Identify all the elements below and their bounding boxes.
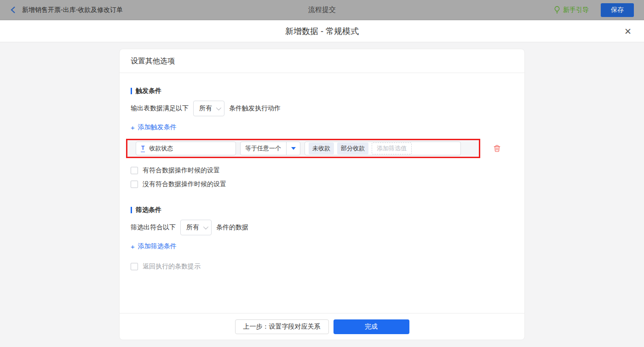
chevron-down-icon <box>216 105 221 110</box>
filter-match-select[interactable]: 所有 <box>180 220 212 235</box>
plus-icon: + <box>131 124 135 131</box>
trigger-sentence-suffix: 条件触发执行动作 <box>229 104 281 113</box>
trigger-section-title: 触发条件 <box>131 87 513 95</box>
section-accent-bar <box>131 88 132 94</box>
condition-operator-value: 等于任意一个 <box>241 144 286 153</box>
checkbox-unchecked-icon[interactable] <box>131 181 138 188</box>
trigger-match-sentence: 输出表数据满足以下 所有 条件触发执行动作 <box>131 101 513 116</box>
trigger-section-label: 触发条件 <box>136 87 161 95</box>
condition-values-input[interactable]: 未收款 部分收款 添加筛选值 <box>305 142 461 155</box>
unmatched-data-settings-label: 没有符合数据操作时候的设置 <box>143 180 226 188</box>
checkbox-unchecked-icon[interactable] <box>131 167 138 174</box>
add-filter-value-placeholder[interactable]: 添加筛选值 <box>372 142 412 154</box>
condition-field-select[interactable]: T 收款状态 <box>136 142 236 155</box>
trigger-condition-row: T 收款状态 等于任意一个 未收款 部分收款 添加筛选值 <box>131 139 514 158</box>
filter-sentence-prefix: 筛选出符合以下 <box>131 223 176 232</box>
return-count-hint-label: 返回执行的条数提示 <box>143 262 201 271</box>
back-button[interactable] <box>10 6 16 14</box>
section-accent-bar <box>131 207 132 213</box>
condition-operator-select[interactable]: 等于任意一个 <box>240 142 300 155</box>
card-header-title: 设置其他选项 <box>120 49 524 73</box>
add-trigger-condition-label: 添加触发条件 <box>138 123 177 131</box>
chevron-left-icon <box>10 6 16 14</box>
options-card: 设置其他选项 触发条件 输出表数据满足以下 所有 条件触发执行动作 + 添加触发… <box>119 49 525 340</box>
lightbulb-icon <box>554 6 560 14</box>
card-footer: 上一步：设置字段对应关系 完成 <box>120 313 524 340</box>
operator-dropdown-toggle[interactable] <box>287 147 300 150</box>
save-button[interactable]: 保存 <box>601 3 634 17</box>
filter-match-sentence: 筛选出符合以下 所有 条件的数据 <box>131 220 513 235</box>
modal-title: 新增数据 - 常规模式 <box>285 26 359 37</box>
value-tag: 未收款 <box>309 142 334 154</box>
checkbox-unchecked-icon[interactable] <box>131 263 138 270</box>
matched-data-settings-label: 有符合数据操作时候的设置 <box>143 166 220 175</box>
trigger-sentence-prefix: 输出表数据满足以下 <box>131 104 189 113</box>
caret-down-icon <box>291 147 296 150</box>
highlighted-condition: T 收款状态 等于任意一个 未收款 部分收款 添加筛选值 <box>126 139 480 158</box>
add-filter-condition-label: 添加筛选条件 <box>138 242 177 250</box>
guide-label: 新手引导 <box>563 6 589 14</box>
add-trigger-condition-link[interactable]: + 添加触发条件 <box>131 123 177 131</box>
previous-step-button[interactable]: 上一步：设置字段对应关系 <box>235 319 329 334</box>
card-content: 触发条件 输出表数据满足以下 所有 条件触发执行动作 + 添加触发条件 T <box>120 73 524 313</box>
done-button[interactable]: 完成 <box>334 319 409 334</box>
plus-icon: + <box>131 243 135 250</box>
chevron-down-icon <box>203 224 208 229</box>
delete-condition-button[interactable] <box>494 145 500 152</box>
modal-body: 设置其他选项 触发条件 输出表数据满足以下 所有 条件触发执行动作 + 添加触发… <box>0 42 644 347</box>
filter-section-label: 筛选条件 <box>136 206 161 214</box>
workflow-title: 新增销售开票-出库-收款及修改订单 <box>22 6 123 14</box>
filter-section-title: 筛选条件 <box>131 206 513 214</box>
close-icon[interactable]: ✕ <box>623 26 633 37</box>
modal-header: 新增数据 - 常规模式 ✕ <box>0 20 644 42</box>
return-count-hint-checkbox-row[interactable]: 返回执行的条数提示 <box>131 262 513 271</box>
value-tag: 部分收款 <box>337 142 368 154</box>
condition-field-name: 收款状态 <box>149 144 173 153</box>
text-field-icon: T <box>141 145 145 152</box>
beginner-guide-link[interactable]: 新手引导 <box>554 6 589 14</box>
topbar: 新增销售开票-出库-收款及修改订单 流程提交 新手引导 保存 <box>0 0 644 20</box>
unmatched-data-settings-checkbox-row[interactable]: 没有符合数据操作时候的设置 <box>131 180 513 188</box>
trigger-match-select[interactable]: 所有 <box>193 101 224 116</box>
filter-match-value: 所有 <box>186 223 199 232</box>
add-filter-condition-link[interactable]: + 添加筛选条件 <box>131 242 177 250</box>
trigger-match-value: 所有 <box>199 104 212 113</box>
trash-icon <box>494 145 500 152</box>
matched-data-settings-checkbox-row[interactable]: 有符合数据操作时候的设置 <box>131 166 513 175</box>
filter-sentence-suffix: 条件的数据 <box>216 223 248 232</box>
